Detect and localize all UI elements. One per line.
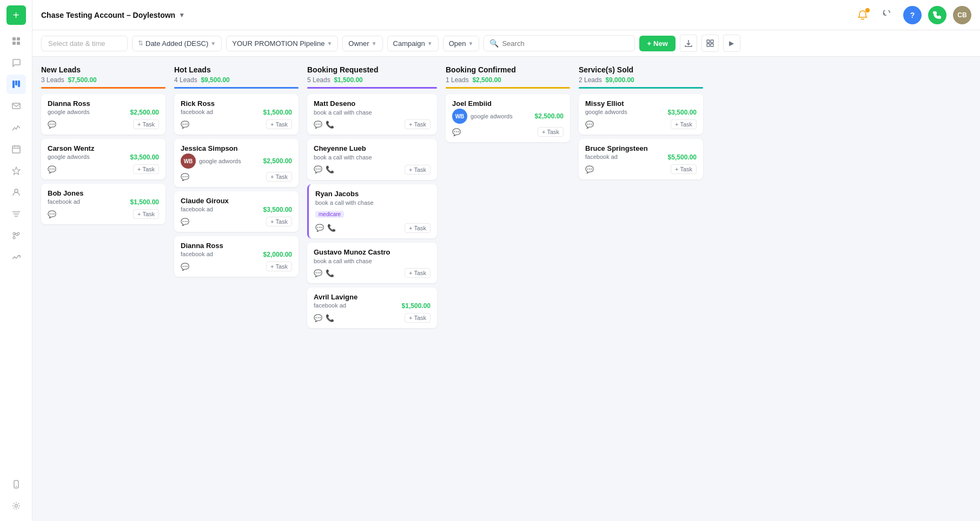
notifications-icon[interactable] xyxy=(853,6,872,24)
sidebar-icon-chat[interactable] xyxy=(6,53,26,72)
add-task-button[interactable]: + Task xyxy=(405,268,431,278)
refresh-icon[interactable] xyxy=(878,6,897,24)
message-icon[interactable]: 💬 xyxy=(314,165,322,173)
sidebar-icon-calendar[interactable] xyxy=(6,139,26,159)
card-name: Matt Deseno xyxy=(314,99,431,108)
sidebar-icon-trending[interactable] xyxy=(6,248,26,267)
search-box[interactable]: 🔍 xyxy=(484,35,635,51)
card-joel-embiid[interactable]: Joel Embiid WB google adwords $2,500.00 … xyxy=(446,94,570,142)
card-matt-deseno[interactable]: Matt Deseno book a call with chase 💬 📞 +… xyxy=(307,94,437,135)
message-icon[interactable]: 💬 xyxy=(48,210,56,218)
sidebar-add-button[interactable]: + xyxy=(6,5,26,25)
message-icon[interactable]: 💬 xyxy=(585,165,594,173)
card-cheyenne-lueb[interactable]: Cheyenne Lueb book a call with chase 💬 📞… xyxy=(307,139,437,179)
add-task-button[interactable]: + Task xyxy=(538,127,564,137)
sidebar-icon-mail[interactable] xyxy=(6,96,26,116)
add-task-button[interactable]: + Task xyxy=(266,172,292,182)
add-task-button[interactable]: + Task xyxy=(405,313,431,323)
pipeline-label: YOUR PROMOTION Pipeline xyxy=(232,39,325,48)
campaign-selector[interactable]: Campaign ▼ xyxy=(387,36,439,51)
user-avatar[interactable]: CB xyxy=(953,6,971,24)
sidebar-icon-kanban[interactable] xyxy=(6,75,26,94)
card-bruce-springsteen[interactable]: Bruce Springsteen facebook ad $5,500.00 … xyxy=(579,139,703,179)
card-claude-giroux[interactable]: Claude Giroux facebook ad $3,500.00 💬 + … xyxy=(174,191,299,232)
add-task-button[interactable]: + Task xyxy=(266,217,292,226)
card-bob-jones[interactable]: Bob Jones facebook ad $1,500.00 💬 + Task xyxy=(41,184,165,224)
add-task-button[interactable]: + Task xyxy=(133,164,159,174)
message-icon[interactable]: 💬 xyxy=(181,173,189,181)
download-button[interactable] xyxy=(680,35,697,52)
message-icon[interactable]: 💬 xyxy=(181,263,189,271)
add-task-button[interactable]: + Task xyxy=(133,209,159,219)
date-picker[interactable]: Select date & time xyxy=(41,36,128,51)
add-task-button[interactable]: + Task xyxy=(671,164,697,174)
sidebar-icon-chart[interactable] xyxy=(6,118,26,137)
card-amount: $5,500.00 xyxy=(668,153,697,161)
add-task-button[interactable]: + Task xyxy=(266,262,292,271)
add-task-button[interactable]: + Task xyxy=(405,223,431,233)
card-dianna-ross-1[interactable]: Dianna Ross google adwords $2,500.00 💬 +… xyxy=(41,94,165,135)
card-ryan-jacobs[interactable]: Ryan Jacobs book a call with chase medic… xyxy=(307,184,437,238)
message-icon[interactable]: 💬 xyxy=(181,218,189,226)
col-meta-booking-confirmed: 1 Leads $2,500.00 xyxy=(446,76,570,84)
view-toggle-button[interactable] xyxy=(701,35,719,52)
card-avril-lavigne[interactable]: Avril Lavigne facebook ad $1,500.00 💬 📞 … xyxy=(307,288,437,328)
card-rick-ross[interactable]: Rick Ross facebook ad $1,500.00 💬 + Task xyxy=(174,94,299,135)
phone-call-icon[interactable] xyxy=(928,6,946,24)
owner-selector[interactable]: Owner ▼ xyxy=(342,36,382,51)
svg-rect-1 xyxy=(17,37,20,41)
sidebar-icon-settings[interactable] xyxy=(6,496,26,516)
add-task-button[interactable]: + Task xyxy=(133,119,159,129)
phone-icon[interactable]: 📞 xyxy=(327,224,336,232)
card-gustavo-munoz[interactable]: Gustavo Munoz Castro book a call with ch… xyxy=(307,243,437,283)
add-task-button[interactable]: + Task xyxy=(671,119,697,129)
sort-chevron: ▼ xyxy=(210,41,216,46)
card-source: google adwords xyxy=(585,109,627,115)
card-carson-wentz[interactable]: Carson Wentz google adwords $3,500.00 💬 … xyxy=(41,139,165,179)
message-icon[interactable]: 💬 xyxy=(452,128,461,136)
sidebar-icon-star[interactable] xyxy=(6,161,26,181)
sort-selector[interactable]: ⇅ Date Added (DESC) ▼ xyxy=(132,36,222,51)
add-task-button[interactable]: + Task xyxy=(405,119,431,129)
card-dianna-ross-2[interactable]: Dianna Ross facebook ad $2,000.00 💬 + Ta… xyxy=(174,236,299,277)
card-tag-medicare: medicare xyxy=(315,211,344,218)
card-name: Missy Elliot xyxy=(585,99,697,108)
phone-icon[interactable]: 📞 xyxy=(326,121,334,129)
card-name: Claude Giroux xyxy=(181,197,292,205)
card-missy-elliot[interactable]: Missy Elliot google adwords $3,500.00 💬 … xyxy=(579,94,703,135)
sidebar-icon-phone[interactable] xyxy=(6,475,26,494)
card-source: facebook ad xyxy=(585,153,618,160)
sidebar-icon-grid[interactable] xyxy=(6,31,26,51)
expand-button[interactable]: ▶ xyxy=(723,35,740,52)
sidebar-icon-user[interactable] xyxy=(6,183,26,202)
add-task-button[interactable]: + Task xyxy=(266,119,292,129)
col-title-booking-requested: Booking Requested xyxy=(307,65,437,74)
campaign-chevron: ▼ xyxy=(427,41,433,46)
message-icon[interactable]: 💬 xyxy=(585,121,594,129)
message-icon[interactable]: 💬 xyxy=(314,121,322,129)
pipeline-selector[interactable]: YOUR PROMOTION Pipeline ▼ xyxy=(226,36,338,51)
status-selector[interactable]: Open ▼ xyxy=(443,36,480,51)
message-icon[interactable]: 💬 xyxy=(48,165,56,173)
col-title-new-leads: New Leads xyxy=(41,65,165,74)
message-icon[interactable]: 💬 xyxy=(48,121,56,129)
svg-rect-2 xyxy=(12,42,16,45)
svg-rect-0 xyxy=(12,37,16,41)
card-jessica-simpson[interactable]: Jessica Simpson WB google adwords $2,500… xyxy=(174,139,299,187)
message-icon[interactable]: 💬 xyxy=(314,269,322,277)
sidebar-icon-filter[interactable] xyxy=(6,204,26,224)
message-icon[interactable]: 💬 xyxy=(314,314,322,322)
col-meta-hot-leads: 4 Leads $9,500.00 xyxy=(174,76,299,84)
search-input[interactable] xyxy=(502,39,629,48)
message-icon[interactable]: 💬 xyxy=(181,121,189,129)
phone-icon[interactable]: 📞 xyxy=(326,269,334,277)
phone-icon[interactable]: 📞 xyxy=(326,165,334,173)
add-task-button[interactable]: + Task xyxy=(405,165,431,175)
phone-icon[interactable]: 📞 xyxy=(326,314,334,322)
new-button[interactable]: + New xyxy=(639,36,675,51)
sidebar-icon-git[interactable] xyxy=(6,226,26,245)
message-icon[interactable]: 💬 xyxy=(315,224,324,232)
help-icon[interactable]: ? xyxy=(903,6,922,24)
account-selector[interactable]: Chase Testing Account – Doylestown ▼ xyxy=(41,11,185,19)
col-bar-new-leads xyxy=(41,87,165,89)
